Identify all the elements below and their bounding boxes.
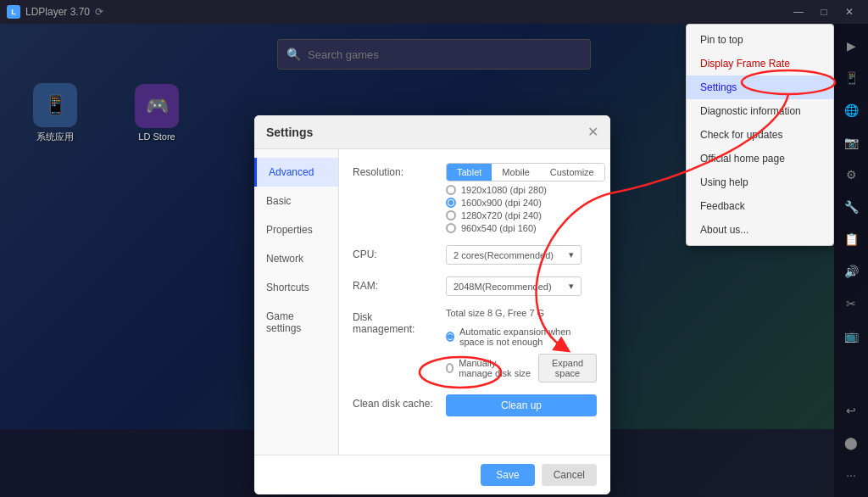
settings-close-button[interactable]: ✕	[587, 124, 598, 140]
ram-row: RAM: 2048M(Recommended) ▾	[353, 276, 597, 296]
desktop-icon-system-apps[interactable]: 📱 系统应用	[25, 83, 85, 143]
sidebar-web-icon[interactable]: 🌐	[836, 95, 866, 126]
ram-label: RAM:	[353, 276, 437, 292]
radio-dot-2	[446, 210, 456, 221]
titlebar: L LDPlayer 3.70 ⟳ — □ ✕	[0, 0, 868, 24]
sidebar-screen-icon[interactable]: 📺	[836, 321, 866, 351]
clean-up-button[interactable]: Clean up	[446, 394, 597, 416]
settings-cancel-button[interactable]: Cancel	[542, 464, 597, 486]
search-icon: 🔍	[287, 47, 301, 61]
context-menu: Pin to top Display Frame Rate Settings D…	[686, 24, 834, 246]
settings-body: Advanced Basic Properties Network Shortc…	[254, 149, 610, 455]
disk-radio-manual	[446, 363, 453, 373]
clean-row: Clean disk cache: Clean up	[353, 394, 597, 416]
disk-total-info: Total size 8 G, Free 7 G	[446, 308, 597, 318]
clean-content: Clean up	[446, 394, 597, 416]
search-input[interactable]	[308, 48, 581, 61]
sidebar-phone-icon[interactable]: 📱	[836, 63, 866, 93]
maximize-button[interactable]: □	[812, 0, 836, 24]
close-button[interactable]: ✕	[837, 0, 861, 24]
context-menu-official-home[interactable]: Official home page	[687, 147, 833, 170]
sidebar-play-icon[interactable]: ▶	[836, 31, 866, 61]
settings-nav-basic[interactable]: Basic	[254, 187, 338, 215]
disk-label: Disk management:	[353, 308, 437, 335]
desktop-icon-ld-store[interactable]: 🎮 LD Store	[127, 84, 186, 142]
context-menu-about[interactable]: About us...	[687, 218, 833, 242]
cpu-row: CPU: 2 cores(Recommended) ▾	[353, 245, 597, 265]
resolution-label: Resolution:	[353, 163, 437, 178]
settings-dialog: Settings ✕ Advanced Basic Properties Net…	[254, 115, 610, 494]
settings-title: Settings	[266, 126, 313, 139]
context-menu-feedback[interactable]: Feedback	[687, 194, 833, 218]
settings-nav-shortcuts[interactable]: Shortcuts	[254, 273, 338, 302]
ram-dropdown[interactable]: 2048M(Recommended) ▾	[446, 276, 581, 296]
resolution-content: Tablet Mobile Customize 1920x1080 (dpi 2…	[446, 163, 605, 233]
disk-row: Disk management: Total size 8 G, Free 7 …	[353, 308, 597, 383]
settings-nav-advanced[interactable]: Advanced	[254, 158, 338, 187]
resolution-row: Resolution: Tablet Mobile Customize 1920…	[353, 163, 597, 233]
radio-dot-0	[446, 185, 456, 195]
disk-radio-auto	[446, 332, 454, 342]
context-menu-display-frame-rate[interactable]: Display Frame Rate	[687, 52, 833, 75]
context-menu-settings[interactable]: Settings	[687, 75, 833, 99]
disk-auto-expand[interactable]: Automatic expansion when space is not en…	[446, 327, 597, 347]
sidebar-camera-icon[interactable]: 📷	[836, 127, 866, 158]
res-tab-customize[interactable]: Customize	[540, 164, 604, 181]
res-tab-mobile[interactable]: Mobile	[492, 164, 539, 181]
settings-titlebar: Settings ✕	[254, 115, 610, 149]
sidebar-settings-icon[interactable]: ⚙	[836, 159, 866, 190]
res-tab-tablet[interactable]: Tablet	[447, 164, 492, 181]
titlebar-refresh-icon[interactable]: ⟳	[95, 6, 103, 18]
desktop-icon-label-ldstore: LD Store	[138, 131, 175, 142]
settings-nav-network[interactable]: Network	[254, 244, 338, 273]
sidebar-scissors-icon[interactable]: ✂	[836, 288, 866, 319]
cpu-content: 2 cores(Recommended) ▾	[446, 245, 597, 265]
sidebar-volume-icon[interactable]: 🔊	[836, 256, 866, 287]
disk-manual[interactable]: Manually manage disk size	[446, 358, 531, 378]
titlebar-left: L LDPlayer 3.70 ⟳	[7, 5, 103, 19]
desktop-icon-label-system: 系统应用	[36, 131, 74, 143]
settings-save-button[interactable]: Save	[481, 464, 534, 486]
right-sidebar: ▶ 📱 🌐 📷 ⚙ 🔧 📋 🔊 ✂ 📺 ↩ ⬤ ···	[834, 24, 868, 497]
sidebar-more-icon[interactable]: ···	[836, 460, 866, 490]
expand-space-button[interactable]: Expand space	[538, 354, 597, 383]
cpu-label: CPU:	[353, 245, 437, 260]
minimize-button[interactable]: —	[787, 0, 810, 24]
radio-dot-3	[446, 223, 456, 233]
res-option-3[interactable]: 960x540 (dpi 160)	[446, 223, 605, 233]
sidebar-home-icon[interactable]: ⬤	[836, 427, 866, 458]
titlebar-title: LDPlayer 3.70	[25, 6, 90, 18]
res-option-2[interactable]: 1280x720 (dpi 240)	[446, 210, 605, 221]
search-bar: 🔍	[277, 39, 591, 70]
settings-nav-game-settings[interactable]: Game settings	[254, 302, 338, 343]
settings-nav-properties[interactable]: Properties	[254, 215, 338, 244]
ram-content: 2048M(Recommended) ▾	[446, 276, 597, 296]
context-menu-diagnostic[interactable]: Diagnostic information	[687, 99, 833, 123]
sidebar-clipboard-icon[interactable]: 📋	[836, 224, 866, 254]
main-area: 🔍 📱 系统应用 🎮 LD Store 🎯 不可思议的路 �	[0, 24, 868, 497]
context-menu-check-updates[interactable]: Check for updates	[687, 123, 833, 147]
cpu-dropdown[interactable]: 2 cores(Recommended) ▾	[446, 245, 581, 265]
context-menu-pin-top[interactable]: Pin to top	[687, 28, 833, 52]
context-menu-using-help[interactable]: Using help	[687, 170, 833, 194]
ram-dropdown-arrow: ▾	[569, 281, 574, 292]
settings-nav: Advanced Basic Properties Network Shortc…	[254, 149, 339, 455]
settings-footer: Save Cancel	[254, 455, 610, 494]
radio-dot-1	[446, 198, 456, 208]
titlebar-controls: — □ ✕	[787, 0, 861, 24]
cpu-dropdown-arrow: ▾	[569, 249, 574, 260]
clean-label: Clean disk cache:	[353, 394, 437, 410]
app-logo: L	[7, 5, 20, 19]
sidebar-tool-icon[interactable]: 🔧	[836, 192, 866, 222]
resolution-tabs: Tablet Mobile Customize	[446, 163, 605, 181]
disk-content: Total size 8 G, Free 7 G Automatic expan…	[446, 308, 597, 383]
settings-content: Resolution: Tablet Mobile Customize 1920…	[339, 149, 610, 455]
sidebar-back-icon[interactable]: ↩	[836, 395, 866, 426]
resolution-radio-group: 1920x1080 (dpi 280) 1600x900 (dpi 240) 1…	[446, 185, 605, 233]
res-option-1[interactable]: 1600x900 (dpi 240)	[446, 198, 605, 208]
res-option-0[interactable]: 1920x1080 (dpi 280)	[446, 185, 605, 195]
